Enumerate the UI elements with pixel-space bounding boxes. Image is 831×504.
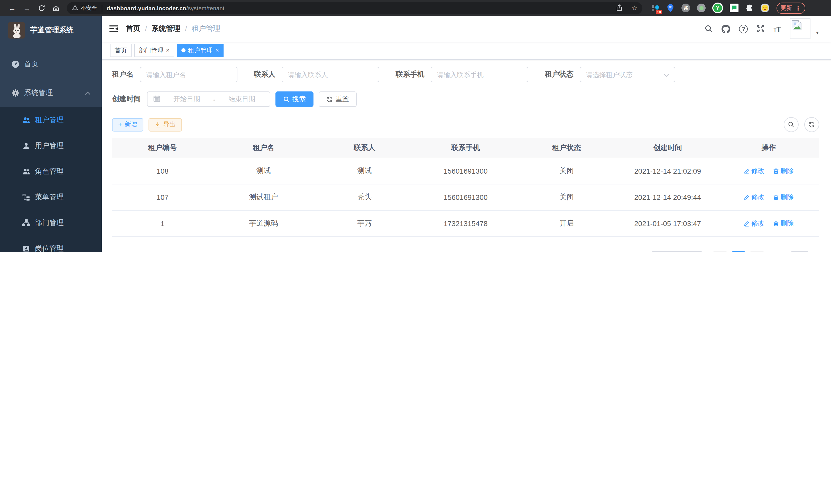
browser-reload-icon[interactable] <box>38 4 45 11</box>
search-icon <box>788 121 795 128</box>
header-search-icon[interactable] <box>705 25 713 33</box>
sidebar-item-menu[interactable]: 菜单管理 <box>0 184 102 210</box>
download-icon <box>154 121 161 128</box>
extension-emoji-icon[interactable] <box>761 4 769 12</box>
col-tenant-name: 租户名 <box>213 138 314 158</box>
extension-recorder-icon[interactable] <box>697 4 706 12</box>
sidebar-item-post[interactable]: 岗位管理 <box>0 236 102 252</box>
table-header-row: 租户编号 租户名 联系人 联系手机 租户状态 创建时间 操作 <box>112 138 819 158</box>
tab-close-icon[interactable]: × <box>166 47 170 53</box>
date-end-placeholder: 结束日期 <box>220 94 264 104</box>
delete-button[interactable]: 删除 <box>773 219 794 228</box>
tab-tenant-active[interactable]: 租户管理 × <box>177 44 224 57</box>
sidebar: 芋道管理系统 首页 系统管理 租户管理 <box>0 16 102 252</box>
sidebar-menu: 首页 系统管理 租户管理 用户管理 <box>0 45 102 252</box>
top-navbar: 首页 / 系统管理 / 租户管理 ? <box>102 16 831 41</box>
goto-page-input[interactable] <box>791 251 809 252</box>
tab-home[interactable]: 首页 <box>110 44 132 57</box>
status-label: 租户状态 <box>545 70 574 79</box>
extension-pin-icon[interactable] <box>666 4 675 12</box>
extension-y-icon[interactable]: Y <box>712 3 723 13</box>
sidebar-item-system[interactable]: 系统管理 <box>0 79 102 108</box>
search-button[interactable]: 搜索 <box>276 91 314 107</box>
extension-tampermonkey-icon[interactable]: 10 <box>651 4 659 12</box>
extension-command-icon[interactable]: ⌘ <box>682 4 690 12</box>
cell-actions: 修改 删除 <box>718 210 819 237</box>
extensions-puzzle-icon[interactable] <box>745 4 754 12</box>
update-label: 更新 <box>781 4 792 12</box>
font-size-icon[interactable]: TT <box>774 24 781 33</box>
breadcrumb-current: 租户管理 <box>192 24 221 33</box>
bookmark-star-icon[interactable]: ☆ <box>631 4 637 12</box>
edit-pen-icon <box>743 168 749 174</box>
browser-home-icon[interactable] <box>52 4 60 11</box>
reset-button[interactable]: 重置 <box>319 91 357 107</box>
col-status: 租户状态 <box>516 138 617 158</box>
breadcrumb-separator: / <box>145 25 147 33</box>
share-icon[interactable] <box>616 4 623 12</box>
date-range-picker[interactable]: 开始日期 - 结束日期 <box>147 91 270 107</box>
date-separator: - <box>213 95 216 103</box>
sidebar-item-home[interactable]: 首页 <box>0 50 102 79</box>
breadcrumb-home[interactable]: 首页 <box>126 24 140 33</box>
breadcrumb-system[interactable]: 系统管理 <box>152 24 180 33</box>
tab-label: 部门管理 <box>139 46 164 55</box>
sidebar-item-tenant[interactable]: 租户管理 <box>0 108 102 133</box>
status-select[interactable] <box>580 67 675 82</box>
org-chart-icon <box>22 219 30 227</box>
extension-chat-icon[interactable] <box>730 4 739 12</box>
browser-forward-icon[interactable]: → <box>23 4 31 12</box>
sidebar-item-dept[interactable]: 部门管理 <box>0 210 102 236</box>
avatar[interactable] <box>790 19 810 39</box>
add-button[interactable]: + 新增 <box>112 118 143 131</box>
page-content: 租户名 联系人 联系手机 <box>102 60 831 252</box>
broken-image-icon <box>792 20 802 30</box>
cell-id: 107 <box>112 184 213 210</box>
tab-close-icon[interactable]: × <box>215 47 219 53</box>
tab-dept[interactable]: 部门管理 × <box>134 44 174 57</box>
status-select-input[interactable] <box>586 71 663 78</box>
tenant-name-input[interactable] <box>146 71 231 78</box>
github-icon[interactable] <box>722 24 730 33</box>
export-button[interactable]: 导出 <box>148 118 182 131</box>
sidebar-item-label: 角色管理 <box>35 167 64 176</box>
avatar-caret-icon[interactable]: ▾ <box>816 30 819 35</box>
active-tab-dot <box>181 48 185 52</box>
sidebar-item-label: 租户管理 <box>35 116 64 125</box>
plus-icon: + <box>118 121 122 128</box>
prev-page-button[interactable] <box>713 251 727 252</box>
page-size-select[interactable]: 10条/页 <box>651 251 703 252</box>
delete-button[interactable]: 删除 <box>773 192 794 202</box>
sidebar-toggle-icon[interactable] <box>102 25 123 32</box>
trash-icon <box>773 220 779 227</box>
delete-button[interactable]: 删除 <box>773 167 794 176</box>
sidebar-item-label: 岗位管理 <box>35 244 64 252</box>
edit-pen-icon <box>743 220 749 227</box>
address-bar[interactable]: 不安全 dashboard.yudao.iocoder.cn/system/te… <box>67 2 642 14</box>
security-label[interactable]: 不安全 <box>81 4 97 11</box>
browser-back-icon[interactable]: ← <box>8 4 16 12</box>
sidebar-item-user[interactable]: 用户管理 <box>0 133 102 159</box>
sidebar-logo[interactable]: 芋道管理系统 <box>0 16 102 45</box>
edit-button[interactable]: 修改 <box>743 167 765 176</box>
cell-contact: 秃头 <box>314 184 415 210</box>
sidebar-item-role[interactable]: 角色管理 <box>0 159 102 184</box>
toggle-search-button[interactable] <box>784 117 799 132</box>
mobile-input[interactable] <box>437 71 522 78</box>
contact-input[interactable] <box>288 71 373 78</box>
fullscreen-icon[interactable] <box>757 25 765 33</box>
create-time-label: 创建时间 <box>112 94 141 104</box>
chevron-up-icon <box>85 91 90 95</box>
edit-button[interactable]: 修改 <box>743 192 765 202</box>
edit-button[interactable]: 修改 <box>743 219 765 228</box>
browser-update-button[interactable]: 更新 ⋮ <box>776 2 805 13</box>
date-start-placeholder: 开始日期 <box>165 94 209 104</box>
help-icon[interactable]: ? <box>739 24 748 33</box>
refresh-table-button[interactable] <box>804 117 819 132</box>
page-number-1[interactable]: 1 <box>731 251 746 252</box>
next-page-button[interactable] <box>750 251 764 252</box>
browser-menu-icon[interactable]: ⋮ <box>795 4 801 11</box>
cell-status: 关闭 <box>516 158 617 184</box>
breadcrumb: 首页 / 系统管理 / 租户管理 <box>126 24 221 33</box>
browser-toolbar: ← → 不安全 dashboard.yudao.iocoder.cn/syste… <box>0 0 831 16</box>
